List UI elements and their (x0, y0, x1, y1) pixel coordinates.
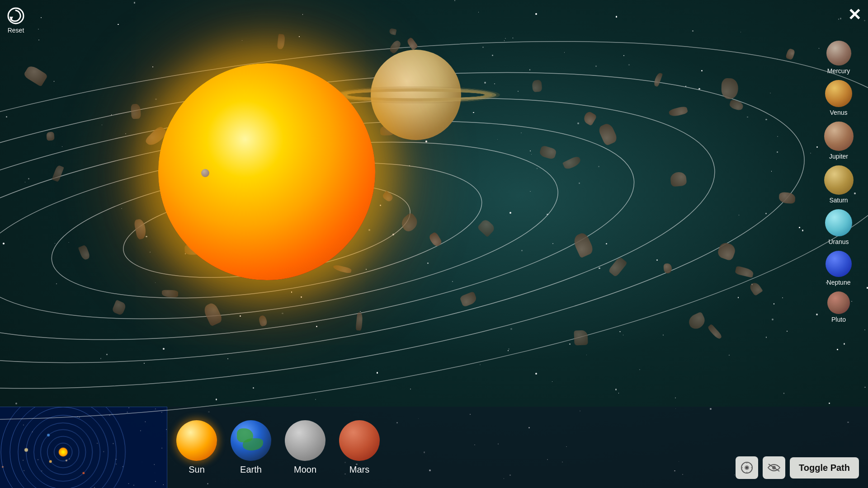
sidebar-pluto[interactable]: Pluto (814, 291, 863, 323)
reset-button[interactable]: Reset (7, 7, 25, 34)
reset-label: Reset (8, 27, 24, 34)
sidebar-jupiter[interactable]: Jupiter (814, 122, 863, 160)
sidebar-venus[interactable]: Venus (814, 80, 863, 116)
planet-item-moon[interactable]: Moon (285, 420, 326, 475)
venus-icon (825, 80, 852, 107)
eye-toggle-button[interactable] (763, 456, 785, 479)
close-button[interactable]: ✕ (848, 7, 861, 23)
camera-button[interactable] (736, 456, 758, 479)
sidebar-uranus[interactable]: Uranus (814, 209, 863, 245)
sidebar-neptune[interactable]: Neptune (814, 251, 863, 286)
mini-map[interactable] (0, 407, 167, 488)
asteroid (721, 78, 738, 99)
sun[interactable] (158, 63, 375, 280)
mini-map-canvas (0, 407, 167, 488)
sidebar-mercury[interactable]: Mercury (814, 41, 863, 75)
asteroid (46, 132, 55, 141)
asteroid (162, 290, 179, 297)
planet-item-earth[interactable]: Earth (231, 420, 271, 475)
mars-selector-label: Mars (349, 465, 369, 475)
planet-item-sun[interactable]: Sun (176, 420, 217, 475)
moon-selector-icon (285, 420, 326, 461)
moon-selector-label: Moon (294, 465, 316, 475)
jupiter-icon (824, 122, 854, 151)
saturn-ring (339, 89, 493, 101)
earth-selector-label: Earth (240, 465, 262, 475)
sidebar-saturn[interactable]: Saturn (814, 165, 863, 204)
sun-selector-icon (176, 420, 217, 461)
neptune-icon (826, 251, 852, 277)
camera-icon (741, 461, 753, 474)
right-sidebar: Mercury Venus Jupiter Saturn Uranus Nept… (809, 36, 868, 328)
svg-point-12 (746, 467, 748, 469)
asteroid (532, 80, 542, 93)
pluto-label: Pluto (831, 316, 846, 323)
uranus-label: Uranus (828, 238, 849, 245)
reset-icon (7, 7, 25, 25)
saturn-sidebar-icon (824, 165, 854, 195)
pluto-icon (827, 291, 850, 314)
mars-selector-icon (339, 420, 380, 461)
inner-planet-dot (201, 169, 209, 177)
jupiter-label: Jupiter (829, 153, 848, 160)
svg-line-14 (769, 464, 779, 471)
sun-selector-label: Sun (189, 465, 205, 475)
asteroid (131, 103, 141, 119)
saturn-label: Saturn (829, 197, 848, 204)
asteroid (574, 330, 588, 345)
neptune-label: Neptune (827, 279, 851, 286)
eye-icon (767, 463, 781, 473)
mercury-label: Mercury (827, 67, 850, 75)
saturn-planet[interactable] (371, 50, 461, 140)
mercury-icon (826, 41, 851, 66)
earth-selector-icon (231, 420, 271, 461)
bottom-controls: Toggle Path (736, 456, 859, 479)
planet-item-mars[interactable]: Mars (339, 420, 380, 475)
toggle-path-button[interactable]: Toggle Path (790, 457, 859, 479)
uranus-icon (825, 209, 852, 236)
venus-label: Venus (830, 109, 848, 116)
